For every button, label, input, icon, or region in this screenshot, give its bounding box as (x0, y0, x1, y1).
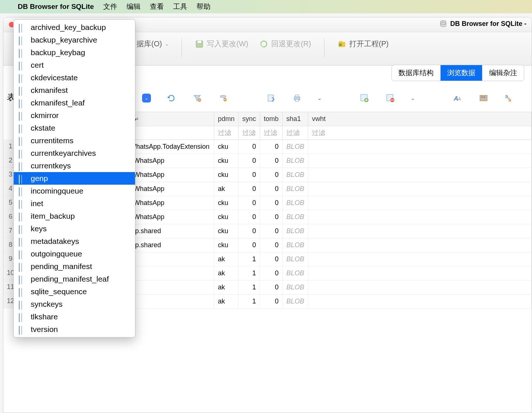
cell-sha1[interactable]: BLOB (283, 224, 308, 238)
cell-sync[interactable]: 0 (239, 224, 260, 238)
cell-sha1[interactable]: BLOB (283, 281, 308, 295)
cell-vwht[interactable] (308, 196, 532, 210)
cell-tomb[interactable]: 0 (260, 168, 283, 182)
delete-record-icon[interactable] (385, 93, 396, 104)
cell-sha1[interactable]: BLOB (283, 168, 308, 182)
save-filter-icon[interactable] (218, 93, 229, 104)
cell-vwht[interactable] (308, 266, 532, 281)
dropdown-item-cert[interactable]: cert (14, 59, 135, 71)
dropdown-item-genp[interactable]: genp (14, 172, 135, 185)
dropdown-item-ckmanifest_leaf[interactable]: ckmanifest_leaf (14, 97, 135, 109)
cell-sync[interactable]: 0 (239, 182, 260, 196)
cell-sync[interactable]: 0 (239, 196, 260, 210)
cell-tomb[interactable]: 0 (260, 252, 283, 266)
dropdown-item-archived_key_backup[interactable]: archived_key_backup (14, 21, 135, 34)
dropdown-item-metadatakeys[interactable]: metadatakeys (14, 235, 135, 248)
replace-icon[interactable]: ba (504, 93, 515, 104)
dropdown-item-ckstate[interactable]: ckstate (14, 122, 135, 134)
dropdown-item-backup_keyarchive[interactable]: backup_keyarchive (14, 34, 135, 46)
cell-sync[interactable]: 1 (239, 295, 260, 309)
menubar-tools[interactable]: 工具 (173, 2, 187, 11)
cell-pdmn[interactable]: cku (214, 238, 239, 252)
dropdown-item-sqlite_sequence[interactable]: sqlite_sequence (14, 285, 135, 298)
dropdown-item-ckmirror[interactable]: ckmirror (14, 109, 135, 122)
cell-sha1[interactable]: BLOB (283, 196, 308, 210)
cell-tomb[interactable]: 0 (260, 210, 283, 224)
dropdown-item-tlkshare[interactable]: tlkshare (14, 310, 135, 323)
cell-tomb[interactable]: 0 (260, 140, 283, 154)
menubar-help[interactable]: 帮助 (196, 2, 211, 11)
cell-sync[interactable]: 0 (239, 238, 260, 252)
chevron-down-icon[interactable]: ⌄ (411, 95, 415, 101)
cell-vwht[interactable] (308, 140, 532, 154)
cell-sha1[interactable]: BLOB (283, 295, 308, 309)
dropdown-item-inet[interactable]: inet (14, 197, 135, 210)
cell-sha1[interactable]: BLOB (283, 140, 308, 154)
menubar-app-name[interactable]: DB Browser for SQLite (18, 3, 94, 11)
database-dropdown-button[interactable]: 据库(O) ⌄ (137, 39, 169, 49)
export-icon[interactable] (266, 93, 277, 104)
tab-browse-data[interactable]: 浏览数据 (441, 65, 482, 81)
dropdown-item-pending_manifest[interactable]: pending_manifest (14, 260, 135, 273)
cell-sha1[interactable]: BLOB (283, 238, 308, 252)
write-changes-button[interactable]: 写入更改(W) (195, 39, 248, 49)
cell-sync[interactable]: 1 (239, 266, 260, 281)
cell-pdmn[interactable]: ak (214, 266, 239, 281)
open-project-button[interactable]: 打开工程(P) (337, 39, 389, 49)
revert-changes-button[interactable]: 回退更改(R) (259, 39, 311, 49)
cell-pdmn[interactable]: cku (214, 224, 239, 238)
cell-sync[interactable]: 0 (239, 168, 260, 182)
dropdown-item-backup_keybag[interactable]: backup_keybag (14, 46, 135, 59)
cell-tomb[interactable]: 0 (260, 238, 283, 252)
cell-vwht[interactable] (308, 238, 532, 252)
tab-structure[interactable]: 数据库结构 (392, 65, 441, 81)
dropdown-item-tversion[interactable]: tversion (14, 323, 135, 336)
cell-pdmn[interactable]: cku (214, 196, 239, 210)
column-header-vwht[interactable]: vwht (308, 112, 532, 126)
cell-tomb[interactable]: 0 (260, 281, 283, 295)
dropdown-item-keys[interactable]: keys (14, 222, 135, 235)
cell-sha1[interactable]: BLOB (283, 252, 308, 266)
cell-sha1[interactable]: BLOB (283, 182, 308, 196)
cell-tomb[interactable]: 0 (260, 266, 283, 281)
filter-input-sync[interactable]: 过滤 (239, 126, 260, 140)
dropdown-item-ckmanifest[interactable]: ckmanifest (14, 84, 135, 97)
font-icon[interactable]: AA (452, 93, 463, 104)
cell-pdmn[interactable]: ak (214, 252, 239, 266)
dropdown-item-currentkeys[interactable]: currentkeys (14, 160, 135, 172)
cell-tomb[interactable]: 0 (260, 224, 283, 238)
refresh-icon[interactable] (166, 93, 177, 104)
chevron-down-icon[interactable]: ⌄ (317, 95, 322, 101)
dropdown-item-currentitems[interactable]: currentitems (14, 134, 135, 147)
dropdown-item-synckeys[interactable]: synckeys (14, 298, 135, 310)
print-icon[interactable] (292, 93, 303, 104)
cell-pdmn[interactable]: ak (214, 281, 239, 295)
dropdown-item-pending_manifest_leaf[interactable]: pending_manifest_leaf (14, 273, 135, 285)
cell-vwht[interactable] (308, 281, 532, 295)
dropdown-item-incomingqueue[interactable]: incomingqueue (14, 185, 135, 197)
cell-sha1[interactable]: BLOB (283, 266, 308, 281)
cell-pdmn[interactable]: cku (214, 210, 239, 224)
cell-pdmn[interactable]: cku (214, 168, 239, 182)
dropdown-item-ckdevicestate[interactable]: ckdevicestate (14, 71, 135, 84)
cell-pdmn[interactable]: ak (214, 182, 239, 196)
column-header-tomb[interactable]: tomb (260, 112, 283, 126)
dropdown-item-item_backup[interactable]: item_backup (14, 210, 135, 222)
filter-input-sha1[interactable]: 过滤 (283, 126, 308, 140)
cell-vwht[interactable] (308, 295, 532, 309)
cell-vwht[interactable] (308, 168, 532, 182)
goto-icon[interactable] (478, 93, 489, 104)
cell-sha1[interactable]: BLOB (283, 154, 308, 168)
cell-vwht[interactable] (308, 224, 532, 238)
cell-pdmn[interactable]: cku (214, 140, 239, 154)
cell-sync[interactable]: 0 (239, 140, 260, 154)
column-header-sha1[interactable]: sha1 (283, 112, 308, 126)
cell-tomb[interactable]: 0 (260, 295, 283, 309)
column-header-pdmn[interactable]: pdmn (214, 112, 239, 126)
cell-pdmn[interactable]: ak (214, 295, 239, 309)
menubar-file[interactable]: 文件 (103, 2, 117, 11)
cell-tomb[interactable]: 0 (260, 182, 283, 196)
dropdown-item-currentkeyarchives[interactable]: currentkeyarchives (14, 147, 135, 160)
cell-vwht[interactable] (308, 182, 532, 196)
dropdown-item-outgoingqueue[interactable]: outgoingqueue (14, 248, 135, 260)
